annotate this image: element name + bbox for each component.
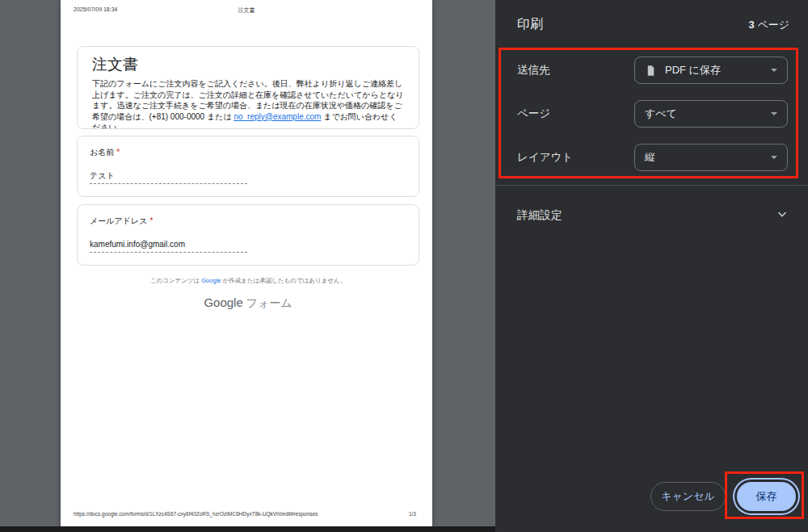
page-count: 3 ページ (749, 18, 789, 32)
google-disclaimer: このコンテンツは Google が作成または承認したものではありません。 (77, 277, 419, 285)
answer-underline: kamefumi.info@gmail.com (90, 236, 247, 253)
setting-row-destination: 送信先 PDF に保存 (517, 57, 788, 84)
answer-underline: テスト (90, 167, 247, 184)
form-description: 下記のフォームにご注文内容をご記入ください。後日、弊社より折り返しご連絡差し上げ… (92, 78, 404, 129)
advanced-settings-expander[interactable]: 詳細設定 (517, 203, 789, 228)
pdf-file-icon (645, 65, 657, 77)
field-label: お名前* (90, 147, 406, 158)
section-divider (495, 185, 808, 186)
field-label: メールアドレス* (90, 216, 406, 227)
field-label-text: お名前 (90, 148, 114, 157)
field-label-text: メールアドレス (90, 216, 147, 225)
disclaimer-tail: が作成または承認したものではありません。 (221, 277, 346, 284)
destination-value: PDF に保存 (665, 63, 721, 77)
print-footer-url: https://docs.google.com/forms/d/1LXzc4S6… (74, 511, 318, 517)
print-header-doc-title: 注文書 (74, 6, 419, 15)
form-title-card: 注文書 下記のフォームにご注文内容をご記入ください。後日、弊社より折り返しご連絡… (77, 46, 419, 129)
form-title: 注文書 (92, 57, 404, 73)
dropdown-caret-icon (771, 112, 777, 115)
pages-label: ページ (517, 107, 550, 121)
form-cards: 注文書 下記のフォームにご注文内容をご記入ください。後日、弊社より折り返しご連絡… (77, 46, 419, 311)
form-field-name-card: お名前* テスト (77, 136, 419, 197)
page-count-number: 3 (749, 19, 755, 31)
field-value: テスト (90, 171, 115, 180)
layout-dropdown[interactable]: 縦 (634, 144, 788, 171)
layout-value: 縦 (645, 150, 655, 165)
print-preview-area: 注文書 2025/07/09 18:34 注文書 下記のフォームにご注文内容をご… (0, 0, 495, 526)
print-page-header: 注文書 2025/07/09 18:34 (74, 6, 419, 15)
google-wordmark: Google (204, 295, 242, 309)
required-asterisk: * (149, 216, 153, 225)
google-link: Google (201, 277, 221, 284)
chevron-down-icon (775, 207, 789, 224)
setting-row-pages: ページ すべて (517, 100, 788, 128)
dropdown-caret-icon (771, 69, 777, 72)
destination-label: 送信先 (517, 63, 550, 77)
pages-dropdown[interactable]: すべて (634, 100, 788, 128)
dialog-title: 印刷 (517, 16, 543, 33)
google-forms-branding: Google フォーム (77, 295, 419, 311)
advanced-settings-label: 詳細設定 (517, 208, 562, 223)
layout-label: レイアウト (517, 150, 573, 165)
form-field-email-card: メールアドレス* kamefumi.info@gmail.com (77, 204, 419, 266)
setting-row-layout: レイアウト 縦 (517, 144, 788, 171)
pages-value: すべて (645, 107, 677, 121)
save-button[interactable]: 保存 (737, 482, 796, 511)
cancel-button[interactable]: キャンセル (650, 482, 726, 511)
preview-bottom-edge (0, 526, 495, 532)
field-value: kamefumi.info@gmail.com (90, 240, 185, 249)
print-footer-page-indicator: 1/3 (409, 511, 416, 517)
dropdown-caret-icon (771, 156, 777, 159)
print-dialog-panel: 印刷 3 ページ 送信先 PDF に保存 ページ すべて レイアウト 縦 詳細設… (495, 0, 808, 532)
page-count-unit: ページ (755, 19, 789, 31)
required-asterisk: * (116, 148, 120, 157)
disclaimer-text: このコンテンツは (150, 277, 202, 284)
forms-wordmark: フォーム (243, 296, 292, 309)
destination-dropdown[interactable]: PDF に保存 (634, 57, 788, 84)
document-preview-page: 注文書 2025/07/09 18:34 注文書 下記のフォームにご注文内容をご… (61, 0, 432, 526)
contact-email-link: no_reply@example.com (234, 112, 321, 121)
